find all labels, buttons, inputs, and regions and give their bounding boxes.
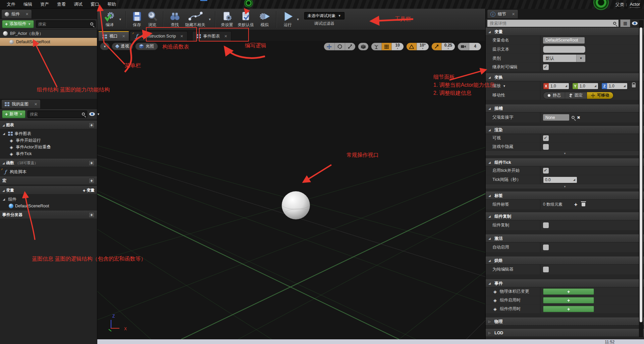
eye-icon[interactable] bbox=[632, 21, 638, 25]
close-icon[interactable]: ✕ bbox=[34, 102, 37, 107]
viewport-options-button[interactable]: ▼ bbox=[100, 43, 110, 50]
simulate-button[interactable]: 模拟 bbox=[256, 11, 273, 28]
tree-item-construction-script[interactable]: ƒ 构造脚本 bbox=[0, 168, 97, 175]
viewport-3d[interactable]: ▼ 透视 光照 bbox=[97, 41, 485, 339]
menu-help[interactable]: 帮助 bbox=[103, 1, 120, 7]
scale-snap-value[interactable]: 0.25 ▼ bbox=[441, 43, 455, 50]
menu-edit[interactable]: 编辑 bbox=[19, 1, 36, 7]
details-search[interactable] bbox=[487, 20, 619, 27]
world-space-button[interactable] bbox=[358, 43, 368, 50]
surface-snap-button[interactable] bbox=[371, 43, 381, 50]
grid-snap-toggle[interactable] bbox=[381, 43, 391, 50]
rendering-expander[interactable]: ▼ bbox=[486, 151, 644, 156]
editable-checkbox[interactable] bbox=[543, 64, 549, 70]
add-physics-volume-event-button[interactable]: + bbox=[543, 288, 594, 295]
section-tags[interactable]: ◢ 标签 bbox=[486, 192, 644, 200]
lock-icon[interactable] bbox=[632, 84, 636, 87]
section-variable[interactable]: ◢ 变量 bbox=[486, 28, 644, 36]
section-rendering[interactable]: ◢ 渲染 bbox=[486, 126, 644, 134]
subsection-components[interactable]: ◢ 组件 bbox=[0, 196, 97, 203]
browse-button[interactable]: 浏览 bbox=[145, 11, 160, 28]
tick-enable-checkbox[interactable] bbox=[543, 168, 549, 174]
section-activation[interactable]: ◢ 激活 bbox=[486, 234, 644, 243]
add-macro-button[interactable]: + bbox=[89, 178, 95, 184]
close-icon[interactable]: ✕ bbox=[122, 34, 125, 39]
auto-activate-checkbox[interactable] bbox=[543, 245, 549, 250]
add-component-button[interactable]: + 添加组件 ▼ bbox=[2, 20, 34, 28]
camera-speed-button[interactable] bbox=[458, 43, 469, 50]
save-button[interactable]: 保存 bbox=[129, 11, 145, 28]
section-macros[interactable]: 宏 + bbox=[0, 177, 97, 185]
add-activated-event-button[interactable]: + bbox=[543, 297, 594, 303]
add-new-button[interactable]: + 新增 ▼ bbox=[2, 110, 25, 118]
parent-class-link[interactable]: Actor bbox=[630, 2, 640, 8]
add-function-button[interactable]: + bbox=[89, 160, 95, 166]
close-icon[interactable]: ✕ bbox=[224, 34, 227, 39]
details-scrollbar[interactable] bbox=[639, 20, 643, 337]
mobility-static-button[interactable]: 静态 bbox=[543, 92, 565, 99]
socket-clear-icon[interactable]: ✖ bbox=[577, 115, 580, 120]
property-matrix-button[interactable]: ▦ bbox=[620, 19, 630, 27]
socket-search-icon[interactable] bbox=[572, 116, 575, 119]
chevron-down-icon[interactable]: ▼ bbox=[297, 18, 300, 21]
scale-x-spinner[interactable]: X 1.0◢ bbox=[543, 83, 569, 89]
variable-name-value[interactable]: DefaultSceneRoot bbox=[543, 37, 585, 44]
myblueprint-search-input[interactable] bbox=[30, 112, 82, 117]
mobility-movable-button[interactable]: 可移动 bbox=[587, 92, 613, 99]
section-sockets[interactable]: ◢ 插槽 bbox=[486, 105, 644, 113]
tick-interval-spinner[interactable]: 0.0 ◢ bbox=[543, 177, 577, 183]
perspective-button[interactable]: 透视 bbox=[112, 43, 133, 50]
parent-socket-value[interactable]: None bbox=[543, 114, 569, 121]
components-search[interactable] bbox=[36, 20, 96, 28]
tree-item-bp-actor[interactable]: BP_Actor（自身） bbox=[0, 29, 97, 38]
menu-asset[interactable]: 资产 bbox=[36, 1, 53, 7]
section-graphs[interactable]: ◢ 图表 + bbox=[0, 121, 97, 129]
rotation-snap-value[interactable]: 10° ▼ bbox=[417, 43, 429, 50]
close-icon[interactable]: ✕ bbox=[512, 12, 515, 16]
section-transform[interactable]: ◢ 变换 bbox=[486, 73, 644, 81]
mobility-stationary-button[interactable]: 固定 bbox=[565, 92, 587, 99]
details-search-input[interactable] bbox=[490, 21, 613, 26]
tab-construction-script[interactable]: ƒ Construction Scrip ✕ bbox=[130, 31, 187, 41]
scale-y-spinner[interactable]: Y 1.0◢ bbox=[572, 83, 598, 89]
camera-speed-value[interactable]: 4 bbox=[469, 43, 481, 50]
tree-item-event-overlap[interactable]: ◈ 事件Actor开始重叠 bbox=[0, 144, 97, 150]
tooltip-input[interactable] bbox=[543, 46, 585, 53]
section-events[interactable]: ◢ 事件 bbox=[486, 279, 644, 287]
tab-event-graph[interactable]: 事件图表 ✕ bbox=[192, 31, 231, 41]
menu-debug[interactable]: 调试 bbox=[70, 1, 87, 7]
visible-checkbox[interactable] bbox=[543, 135, 549, 141]
section-event-dispatchers[interactable]: 事件分发器 + bbox=[0, 211, 97, 219]
myblueprint-search[interactable] bbox=[28, 111, 87, 118]
replicates-checkbox[interactable] bbox=[543, 222, 549, 228]
tab-details[interactable]: i 细节 ✕ bbox=[487, 9, 518, 18]
components-search-input[interactable] bbox=[38, 22, 90, 26]
tree-item-event-graph[interactable]: ◢ 事件图表 bbox=[0, 130, 97, 137]
menu-window[interactable]: 窗口 bbox=[87, 1, 103, 7]
scale-tool-button[interactable] bbox=[345, 43, 355, 50]
lit-mode-button[interactable]: 光照 bbox=[135, 43, 158, 50]
trash-icon[interactable] bbox=[582, 203, 585, 206]
grid-snap-value[interactable]: 10 ▼ bbox=[391, 43, 404, 50]
rotate-tool-button[interactable] bbox=[334, 43, 345, 50]
scale-snap-toggle[interactable] bbox=[432, 43, 441, 50]
section-replication[interactable]: ◢ 组件复制 bbox=[486, 212, 644, 220]
chevron-down-icon[interactable]: ▼ bbox=[97, 113, 100, 116]
tree-item-defaultsceneroot[interactable]: DefaultSceneRoot bbox=[0, 38, 97, 46]
menu-file[interactable]: 文件 bbox=[3, 1, 19, 7]
tab-viewport[interactable]: 视口 ✕ bbox=[98, 31, 129, 41]
chevron-down-icon[interactable]: ▼ bbox=[503, 84, 506, 88]
compile-button[interactable]: 编译 bbox=[101, 11, 118, 28]
close-icon[interactable]: ✕ bbox=[180, 34, 183, 39]
add-dispatcher-button[interactable]: + bbox=[89, 212, 95, 218]
category-dropdown[interactable]: 默认 ▼ bbox=[543, 55, 585, 62]
sphere-mesh[interactable] bbox=[282, 191, 310, 219]
section-variables[interactable]: ◢ 变量 + 变量 bbox=[0, 186, 97, 195]
section-physics[interactable]: ▷ 物理 bbox=[486, 318, 644, 326]
scrollbar-thumb[interactable] bbox=[640, 27, 642, 322]
class-settings-button[interactable]: 类设置 bbox=[219, 11, 235, 28]
move-tool-button[interactable] bbox=[324, 43, 334, 50]
tab-my-blueprint[interactable]: 我的蓝图 ✕ bbox=[1, 99, 41, 109]
tree-item-scene-root-var[interactable]: DefaultSceneRoot bbox=[0, 203, 97, 209]
add-deactivated-event-button[interactable]: + bbox=[543, 306, 594, 312]
